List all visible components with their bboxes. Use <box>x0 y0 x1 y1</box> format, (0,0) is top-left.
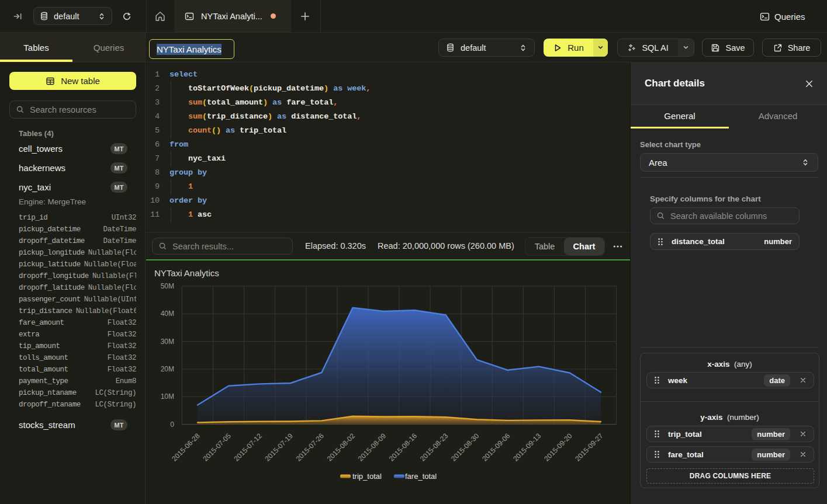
svg-text:2015-07-12: 2015-07-12 <box>233 432 264 463</box>
svg-text:2015-06-28: 2015-06-28 <box>170 432 202 463</box>
svg-text:2015-09-20: 2015-09-20 <box>542 432 574 463</box>
svg-text:2015-08-09: 2015-08-09 <box>357 432 388 463</box>
svg-text:10M: 10M <box>161 392 174 401</box>
svg-text:2015-09-27: 2015-09-27 <box>573 432 605 463</box>
svg-text:2015-09-13: 2015-09-13 <box>511 432 543 463</box>
svg-text:2015-07-05: 2015-07-05 <box>201 432 233 463</box>
svg-text:2015-08-02: 2015-08-02 <box>326 432 357 463</box>
svg-text:2015-08-30: 2015-08-30 <box>449 432 481 463</box>
svg-text:40M: 40M <box>161 310 174 318</box>
svg-text:fare_total: fare_total <box>405 472 437 481</box>
svg-text:trip_total: trip_total <box>352 472 382 481</box>
svg-text:2015-08-23: 2015-08-23 <box>418 432 450 463</box>
svg-text:0: 0 <box>170 420 174 429</box>
svg-text:2015-07-26: 2015-07-26 <box>295 432 326 463</box>
svg-text:2015-07-19: 2015-07-19 <box>264 432 295 463</box>
svg-text:2015-09-06: 2015-09-06 <box>480 432 512 463</box>
svg-text:50M: 50M <box>161 282 174 290</box>
svg-text:30M: 30M <box>161 338 174 346</box>
svg-text:2015-08-16: 2015-08-16 <box>387 432 419 463</box>
svg-text:20M: 20M <box>161 365 174 373</box>
